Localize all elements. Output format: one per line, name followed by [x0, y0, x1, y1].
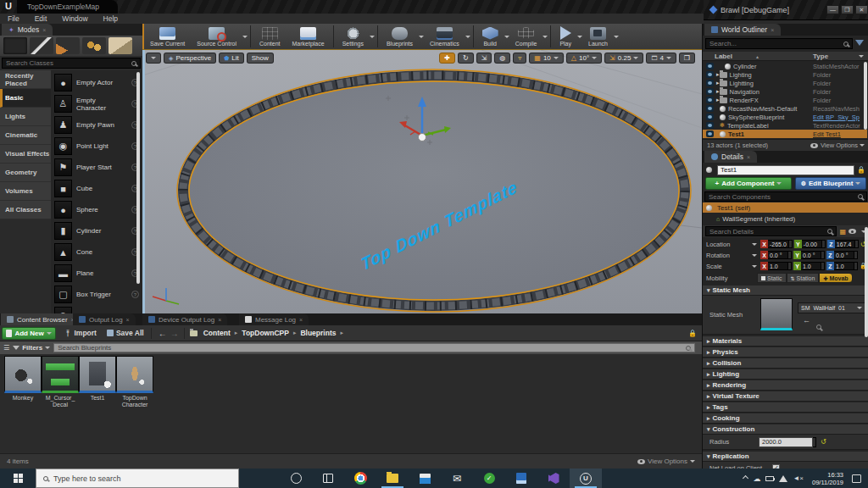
antivirus-button[interactable]: ✓ — [473, 469, 505, 488]
viewport-splitter[interactable] — [142, 50, 145, 314]
build-button[interactable]: Build — [476, 24, 504, 49]
rotation-z-field[interactable]: 0.0 ° — [834, 251, 854, 259]
scrollbar[interactable] — [864, 62, 867, 130]
foliage-mode-button[interactable] — [82, 37, 106, 54]
section-replication[interactable]: ▾Replication — [703, 452, 868, 462]
viewport-options-button[interactable] — [146, 53, 161, 64]
paint-mode-button[interactable] — [30, 37, 53, 54]
save-all-button[interactable]: Save All — [107, 329, 144, 337]
expander-icon[interactable]: ▸ — [716, 88, 720, 95]
menu-help[interactable]: Help — [96, 14, 125, 23]
visibility-eye-icon[interactable] — [706, 114, 714, 120]
show-button[interactable]: Show — [247, 53, 274, 64]
blueprints-button[interactable]: Blueprints — [381, 24, 419, 49]
expander-icon[interactable]: ▸ — [716, 71, 720, 78]
taskbar-clock[interactable]: 16:33 09/11/2019 — [812, 471, 843, 486]
cinematics-button[interactable]: Cinematics — [424, 24, 465, 49]
notification-center-icon[interactable] — [852, 474, 861, 483]
cortana-button[interactable] — [280, 469, 312, 488]
visibility-eye-icon[interactable] — [706, 97, 714, 103]
section-tags[interactable]: ▸Tags — [703, 402, 868, 413]
maximize-viewport-button[interactable]: ❒ — [679, 53, 695, 64]
list-item[interactable]: ♙Empty Character? — [54, 93, 139, 114]
cb-view-options[interactable]: View Options — [648, 458, 687, 465]
section-cooking[interactable]: ▸Cooking — [703, 413, 868, 424]
close-icon[interactable]: × — [747, 154, 750, 160]
mobility-movable-button[interactable]: ✚Movab — [819, 273, 852, 283]
start-button[interactable] — [0, 469, 36, 488]
chevron-down-icon[interactable] — [542, 36, 548, 38]
chevron-down-icon[interactable] — [242, 36, 248, 38]
chevron-down-icon[interactable] — [614, 36, 619, 38]
world-outliner-tab[interactable]: World Outliner× — [704, 24, 781, 36]
launch-button[interactable]: Launch — [582, 24, 614, 49]
scale-z-field[interactable]: 1.0 — [834, 262, 854, 270]
chevron-down-icon[interactable] — [370, 36, 375, 38]
translate-tool-button[interactable]: ✚ — [439, 53, 455, 64]
outliner-view-options[interactable]: View Options — [821, 141, 858, 149]
category-volumes[interactable]: Volumes — [0, 182, 51, 201]
menu-window[interactable]: Window — [54, 14, 95, 23]
rotation-snap-button[interactable]: △10° — [566, 53, 602, 64]
mobility-static-button[interactable]: Static — [757, 273, 787, 283]
content-button[interactable]: Content — [253, 24, 287, 49]
close-icon[interactable]: × — [299, 317, 303, 323]
outliner-row[interactable]: ✻TemplateLabelTextRenderActor — [703, 121, 867, 130]
perspective-button[interactable]: ◈Perspective — [164, 53, 216, 64]
tab-output-log[interactable]: Output Log× — [73, 313, 136, 325]
list-item[interactable]: ▢Box Trigger? — [54, 284, 139, 305]
tab-message-log[interactable]: Message Log× — [239, 313, 309, 325]
rotation-x-field[interactable]: 0.0 ° — [768, 251, 788, 259]
section-materials[interactable]: ▸Materials — [703, 336, 868, 347]
expander-icon[interactable]: ▸ — [716, 80, 720, 86]
category-basic[interactable]: Basic — [0, 89, 51, 108]
back-arrow-icon[interactable]: ← — [803, 316, 810, 324]
settings-button[interactable]: Settings — [337, 24, 370, 49]
section-virtual-texture[interactable]: ▸Virtual Texture — [703, 391, 868, 402]
task-view-button[interactable] — [312, 469, 344, 488]
compile-button[interactable]: Compile — [509, 24, 543, 49]
place-mode-button[interactable] — [3, 37, 27, 54]
volume-muted-icon[interactable]: ◄× — [793, 474, 804, 482]
close-icon[interactable]: × — [42, 27, 46, 33]
scale-tool-button[interactable]: ⇲ — [476, 53, 492, 64]
radius-field[interactable]: 2000.0 — [759, 437, 813, 447]
section-physics[interactable]: ▸Physics — [703, 347, 868, 358]
filters-button[interactable]: Filters — [13, 344, 50, 352]
location-z-field[interactable]: 167.4 — [835, 240, 855, 248]
list-item[interactable]: ▮Cylinder? — [54, 220, 139, 241]
file-explorer-button[interactable] — [376, 469, 409, 488]
outliner-search-input[interactable]: Search... — [705, 38, 853, 49]
outliner-row[interactable]: CylinderStaticMeshActor — [703, 62, 867, 70]
outliner-header[interactable]: Label ▴ Type — [703, 52, 868, 61]
filter-funnel-icon[interactable] — [855, 40, 864, 46]
grid-settings-icon[interactable]: ▦ — [839, 228, 846, 236]
maximize-button[interactable]: ❐ — [841, 5, 854, 14]
brawl-window-titlebar[interactable]: Brawl [DebugGame] — ❐ ✕ — [704, 0, 868, 20]
scale-snap-button[interactable]: ⇲0.25 — [604, 53, 643, 64]
play-button[interactable]: Play — [554, 24, 577, 49]
browse-icon[interactable] — [816, 324, 821, 330]
outliner-row[interactable]: RecastNavMesh-DefaultRecastNavMesh — [703, 104, 867, 113]
category-cinematic[interactable]: Cinematic — [0, 126, 51, 145]
visibility-eye-icon[interactable] — [706, 130, 714, 137]
close-icon[interactable]: × — [126, 317, 130, 323]
close-icon[interactable]: × — [218, 317, 221, 323]
unreal-engine-button[interactable]: U — [570, 469, 602, 488]
level-tab[interactable]: TopDownExampleMap — [17, 0, 118, 14]
outliner-row-selected[interactable]: Test1Edit Test1 — [703, 130, 867, 138]
eye-icon[interactable] — [849, 229, 856, 234]
surface-snap-button[interactable]: ▿ — [513, 53, 526, 64]
asset-m-cursor-decal[interactable]: M_Cursor_ Decal — [41, 356, 80, 408]
expander-icon[interactable]: ▸ — [716, 97, 720, 103]
visibility-eye-icon[interactable] — [706, 71, 714, 78]
mail-button[interactable]: ✉ — [441, 469, 473, 488]
list-item[interactable]: ●Sphere? — [54, 199, 139, 220]
chevron-down-icon[interactable] — [465, 36, 470, 38]
visual-studio-button[interactable] — [537, 469, 570, 488]
lock-icon[interactable]: 🔒 — [857, 166, 865, 174]
breadcrumb-blueprints[interactable]: Blueprints — [300, 329, 336, 337]
mobility-stationary-button[interactable]: ⇅Station — [787, 273, 820, 283]
category-lights[interactable]: Lights — [0, 108, 51, 126]
minimize-button[interactable]: — — [826, 5, 839, 14]
